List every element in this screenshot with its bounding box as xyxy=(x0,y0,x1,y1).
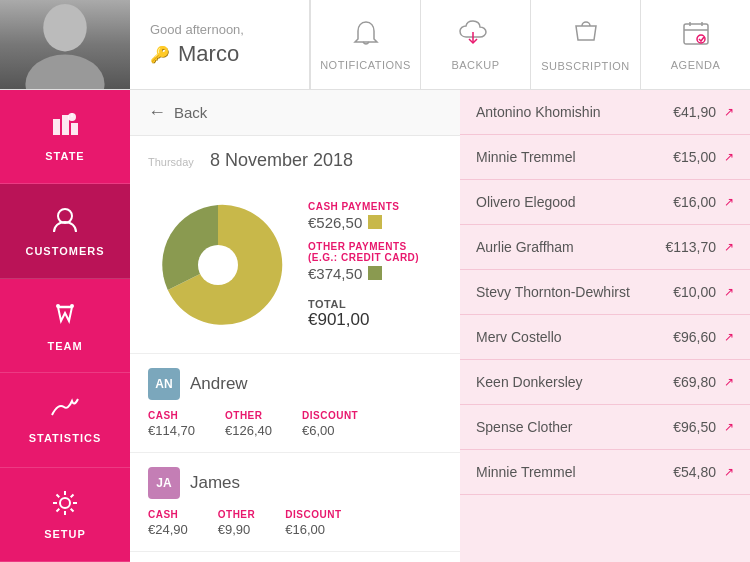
pie-chart xyxy=(148,195,288,335)
state-label: STATE xyxy=(45,150,84,162)
customer-row[interactable]: Antonino Khomishin €41,90 ↗ xyxy=(460,90,750,135)
stat-item: OTHER €126,40 xyxy=(225,410,272,438)
member-name: Andrew xyxy=(190,374,248,394)
photo-bg xyxy=(0,0,130,89)
cash-legend-value: €526,50 xyxy=(308,214,362,231)
svg-point-9 xyxy=(56,304,60,308)
customer-arrow-icon: ↗ xyxy=(724,465,734,479)
state-icon xyxy=(50,111,80,146)
back-label: Back xyxy=(174,104,207,121)
member-stats: CASH €114,70 OTHER €126,40 DISCOUNT €6,0… xyxy=(148,410,442,438)
backup-action[interactable]: BACKUP xyxy=(420,0,530,89)
sidebar-item-team[interactable]: TEAM xyxy=(0,279,130,373)
customer-row[interactable]: Stevy Thornton-Dewhirst €10,00 ↗ xyxy=(460,270,750,315)
customer-amount: €10,00 xyxy=(673,284,716,300)
main-content: ← Back Thursday 8 November 2018 xyxy=(130,90,460,562)
notifications-action[interactable]: NOTIFICATIONS xyxy=(310,0,420,89)
cash-dot xyxy=(368,215,382,229)
member-header: AN Andrew xyxy=(148,368,442,400)
chart-section: CASH PAYMENTS €526,50 OTHER PAYMENTS(E.G… xyxy=(130,185,460,353)
greeting-text: Good afternoon, xyxy=(150,22,289,37)
customer-amount: €15,00 xyxy=(673,149,716,165)
date-value: 8 November 2018 xyxy=(210,150,353,170)
svg-point-12 xyxy=(198,245,238,285)
customer-row[interactable]: Keen Donkersley €69,80 ↗ xyxy=(460,360,750,405)
customer-arrow-icon: ↗ xyxy=(724,240,734,254)
customer-amount: €113,70 xyxy=(665,239,716,255)
sidebar: STATE CUSTOMERS TEAM xyxy=(0,90,130,562)
other-legend: OTHER PAYMENTS(E.G.: CREDIT CARD) €374,5… xyxy=(308,241,442,282)
customer-arrow-icon: ↗ xyxy=(724,105,734,119)
svg-point-1 xyxy=(25,54,104,89)
customer-arrow-icon: ↗ xyxy=(724,285,734,299)
customer-name: Keen Donkersley xyxy=(476,374,673,390)
customer-amount: €69,80 xyxy=(673,374,716,390)
notifications-label: NOTIFICATIONS xyxy=(320,59,411,71)
sidebar-item-statistics[interactable]: STATISTICS xyxy=(0,373,130,467)
customer-row[interactable]: Olivero Elegood €16,00 ↗ xyxy=(460,180,750,225)
customer-name: Antonino Khomishin xyxy=(476,104,673,120)
sidebar-item-customers[interactable]: CUSTOMERS xyxy=(0,184,130,278)
other-value-row: €374,50 xyxy=(308,265,442,282)
customer-row[interactable]: Minnie Tremmel €15,00 ↗ xyxy=(460,135,750,180)
stat-item: CASH €24,90 xyxy=(148,509,188,537)
stat-value: €16,00 xyxy=(285,522,341,537)
user-photo xyxy=(0,0,130,89)
agenda-icon xyxy=(682,19,710,53)
subscription-icon xyxy=(571,18,601,54)
stat-label: OTHER xyxy=(225,410,272,421)
svg-rect-6 xyxy=(71,123,78,135)
customer-arrow-icon: ↗ xyxy=(724,150,734,164)
total-section: TOTAL €901,00 xyxy=(308,298,442,330)
customer-row[interactable]: Minnie Tremmel €54,80 ↗ xyxy=(460,450,750,495)
setup-label: SETUP xyxy=(44,528,86,540)
sidebar-item-setup[interactable]: SETUP xyxy=(0,468,130,562)
customers-icon xyxy=(50,206,80,241)
total-value: €901,00 xyxy=(308,310,442,330)
member-card-an: AN Andrew CASH €114,70 OTHER €126,40 DIS… xyxy=(130,353,460,452)
customer-amount: €41,90 xyxy=(673,104,716,120)
cash-legend-title: CASH PAYMENTS xyxy=(308,201,442,212)
pie-svg xyxy=(148,195,288,335)
back-bar[interactable]: ← Back xyxy=(130,90,460,136)
svg-point-11 xyxy=(60,498,70,508)
customer-name: Minnie Tremmel xyxy=(476,149,673,165)
member-stats: CASH €24,90 OTHER €9,90 DISCOUNT €16,00 xyxy=(148,509,442,537)
date-section: Thursday 8 November 2018 xyxy=(130,136,460,185)
right-panel: Antonino Khomishin €41,90 ↗ Minnie Tremm… xyxy=(460,90,750,562)
customer-name: Merv Costello xyxy=(476,329,673,345)
customer-arrow-icon: ↗ xyxy=(724,420,734,434)
sidebar-item-state[interactable]: STATE xyxy=(0,90,130,184)
member-card-ja: JA James CASH €24,90 OTHER €9,90 DISCOUN… xyxy=(130,452,460,551)
member-header: JA James xyxy=(148,467,442,499)
customers-label: CUSTOMERS xyxy=(25,245,104,257)
team-label: TEAM xyxy=(47,340,82,352)
stat-label: CASH xyxy=(148,509,188,520)
username: Marco xyxy=(178,41,239,67)
customer-row[interactable]: Merv Costello €96,60 ↗ xyxy=(460,315,750,360)
back-arrow-icon: ← xyxy=(148,102,166,123)
total-label: TOTAL xyxy=(308,298,442,310)
customer-amount: €96,60 xyxy=(673,329,716,345)
other-legend-value: €374,50 xyxy=(308,265,362,282)
user-row: 🔑 Marco xyxy=(150,41,289,67)
svg-point-0 xyxy=(43,4,87,51)
member-name: James xyxy=(190,473,240,493)
stat-label: DISCOUNT xyxy=(302,410,358,421)
other-legend-title: OTHER PAYMENTS(E.G.: CREDIT CARD) xyxy=(308,241,442,263)
agenda-action[interactable]: AGENDA xyxy=(640,0,750,89)
other-dot xyxy=(368,266,382,280)
date-spacer xyxy=(198,154,205,169)
cash-value-row: €526,50 xyxy=(308,214,442,231)
team-icon xyxy=(51,299,79,336)
customer-row[interactable]: Aurlie Graffham €113,70 ↗ xyxy=(460,225,750,270)
subscription-action[interactable]: SUBSCRIPTION xyxy=(530,0,640,89)
stat-item: OTHER €9,90 xyxy=(218,509,256,537)
members-container: AN Andrew CASH €114,70 OTHER €126,40 DIS… xyxy=(130,353,460,562)
customer-row[interactable]: Spense Clother €96,50 ↗ xyxy=(460,405,750,450)
stat-label: CASH xyxy=(148,410,195,421)
statistics-icon xyxy=(50,395,80,428)
greeting-section: Good afternoon, 🔑 Marco xyxy=(130,0,310,89)
chart-legend: CASH PAYMENTS €526,50 OTHER PAYMENTS(E.G… xyxy=(308,201,442,330)
member-card-jo: JO John xyxy=(130,551,460,562)
